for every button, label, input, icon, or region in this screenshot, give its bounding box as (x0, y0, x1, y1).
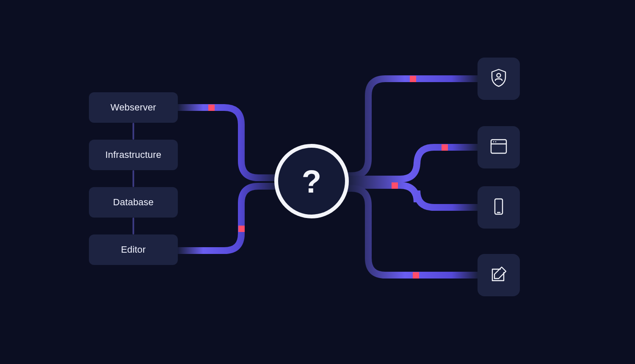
shield-user-icon (489, 68, 509, 90)
tile-compose (478, 254, 520, 296)
marker-browser (442, 144, 448, 151)
browser-window-icon (489, 136, 509, 158)
svg-point-0 (497, 74, 501, 77)
edit-compose-icon (489, 264, 509, 286)
connector-compose (345, 188, 478, 275)
connector-browser (347, 147, 478, 179)
marker-webserver (208, 105, 215, 111)
node-label: Infrastructure (105, 149, 161, 160)
svg-point-3 (493, 141, 494, 142)
connector-editor (178, 186, 279, 251)
svg-rect-5 (495, 199, 502, 214)
connector-mobile (347, 185, 478, 207)
center-symbol: ? (302, 163, 321, 200)
svg-point-4 (495, 141, 496, 142)
marker-editor (238, 226, 245, 232)
center-node: ? (274, 144, 349, 218)
tile-mobile (478, 186, 520, 229)
link-vertical (133, 123, 134, 140)
mobile-device-icon (489, 196, 509, 218)
node-webserver: Webserver (89, 92, 178, 123)
node-infrastructure: Infrastructure (89, 140, 178, 170)
marker-mobile (392, 182, 398, 189)
connector-security (345, 79, 478, 176)
tile-security (478, 58, 520, 100)
node-label: Webserver (110, 102, 156, 113)
link-vertical (133, 218, 134, 234)
diagram-stage: Webserver Infrastructure Database Editor… (0, 0, 635, 364)
node-database: Database (89, 187, 178, 218)
node-label: Database (113, 197, 154, 208)
link-vertical (133, 170, 134, 187)
node-editor: Editor (89, 234, 178, 265)
tile-browser (478, 126, 520, 168)
node-label: Editor (121, 244, 146, 255)
marker-compose (413, 272, 419, 279)
connector-webserver (178, 108, 279, 178)
marker-security (410, 76, 416, 82)
